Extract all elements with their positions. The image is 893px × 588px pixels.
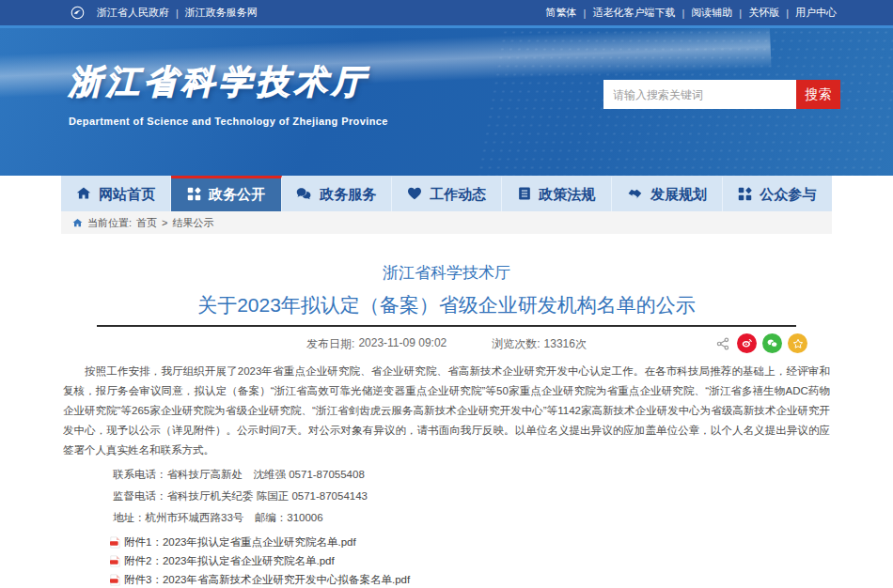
- topbar-left-links: 浙江省人民政府 | 浙江政务服务网: [70, 6, 258, 20]
- views-value: 13316次: [544, 336, 587, 352]
- site-subtitle-english: Department of Science and Technology of …: [69, 116, 388, 127]
- breadcrumb-separator: >: [162, 217, 167, 228]
- site-banner: 浙江省科学技术厅 Department of Science and Techn…: [0, 28, 893, 176]
- address-line: 地址：杭州市环城西路33号 邮编：310006: [61, 507, 832, 529]
- breadcrumb: 当前位置: 首页 > 结果公示: [61, 211, 832, 234]
- nav-item-label: 工作动态: [430, 186, 486, 204]
- topbar-separator: |: [682, 8, 684, 19]
- topbar-link-provincial-gov[interactable]: 浙江省人民政府: [97, 6, 169, 20]
- supervision-phone-line: 监督电话：省科技厅机关纪委 陈国正 0571-87054143: [61, 486, 832, 507]
- nav-item-home[interactable]: 网站首页: [61, 176, 171, 211]
- weibo-share-icon[interactable]: [737, 333, 757, 353]
- topbar-separator: |: [584, 8, 587, 19]
- pdf-file-icon: [110, 555, 120, 567]
- page-title: 关于2023年拟认定（备案）省级企业研发机构名单的公示: [61, 292, 832, 318]
- contact-phone-line: 联系电话：省科技厅高新处 沈维强 0571-87055408: [61, 464, 832, 486]
- breadcrumb-current: 结果公示: [173, 216, 214, 230]
- attachment-list: 附件1：2023年拟认定省重点企业研究院名单.pdf 附件2：2023年拟认定省…: [61, 533, 832, 588]
- search-button[interactable]: 搜索: [796, 80, 840, 109]
- topbar-link-care-version[interactable]: 关怀版: [748, 6, 779, 20]
- article: 浙江省科学技术厅 关于2023年拟认定（备案）省级企业研发机构名单的公示 发布日…: [61, 262, 832, 588]
- pdf-file-icon: [110, 574, 120, 586]
- chat-bubbles-icon: [296, 187, 312, 204]
- contact-info: 联系电话：省科技厅高新处 沈维强 0571-87055408 监督电话：省科技厅…: [61, 464, 832, 529]
- attachment-filename[interactable]: 附件3：2023年省高新技术企业研究开发中心拟备案名单.pdf: [124, 570, 410, 588]
- main-nav: 网站首页 政务公开 政务服务 工作动态 政策法规 发展规划 公众参与: [61, 176, 832, 211]
- topbar-link-simplified-traditional[interactable]: 简繁体: [546, 6, 577, 20]
- topbar-right-links: 简繁体 | 适老化客户端下载 | 阅读辅助 | 关怀版 | 用户中心: [546, 6, 837, 20]
- topbar-link-user-center[interactable]: 用户中心: [795, 6, 837, 20]
- share-icon[interactable]: [716, 337, 729, 350]
- grid-diamond-icon: [738, 187, 752, 204]
- breadcrumb-home-link[interactable]: 首页: [136, 216, 157, 230]
- nav-item-policies[interactable]: 政策法规: [502, 176, 612, 211]
- heart-icon: [407, 187, 422, 203]
- topbar-link-reading-aid[interactable]: 阅读辅助: [691, 6, 732, 20]
- site-search: 搜索: [603, 80, 840, 109]
- attachment-link-1[interactable]: 附件1：2023年拟认定省重点企业研究院名单.pdf: [61, 533, 832, 551]
- nav-item-development-plans[interactable]: 发展规划: [612, 176, 722, 211]
- publish-date-label: 发布日期:: [306, 336, 354, 352]
- topbar-separator: |: [786, 8, 789, 19]
- site-title: 浙江省科学技术厅: [69, 60, 388, 104]
- nav-item-label: 政务公开: [209, 186, 265, 204]
- breadcrumb-prefix: 当前位置:: [87, 216, 132, 230]
- top-utility-bar: 浙江省人民政府 | 浙江政务服务网 简繁体 | 适老化客户端下载 | 阅读辅助 …: [0, 0, 893, 28]
- home-small-icon: [72, 218, 83, 228]
- views-label: 浏览次数:: [492, 336, 540, 352]
- nav-item-label: 政务服务: [320, 186, 376, 204]
- government-emblem-icon: [70, 6, 85, 20]
- attachment-filename[interactable]: 附件2：2023年拟认定省企业研究院名单.pdf: [124, 551, 335, 570]
- article-org-title: 浙江省科学技术厅: [61, 262, 832, 285]
- topbar-link-accessibility-client[interactable]: 适老化客户端下载: [592, 6, 675, 20]
- search-input[interactable]: [603, 80, 796, 109]
- article-body-paragraph: 按照工作安排，我厅组织开展了2023年省重点企业研究院、省企业研究院、省高新技术…: [63, 362, 830, 460]
- home-icon: [76, 186, 91, 204]
- nav-item-label: 网站首页: [99, 186, 155, 204]
- grid-diamond-icon: [187, 187, 201, 204]
- handshake-icon: [627, 187, 643, 203]
- nav-item-public-participation[interactable]: 公众参与: [723, 176, 832, 211]
- nav-item-gov-disclosure[interactable]: 政务公开: [171, 176, 281, 211]
- nav-item-gov-services[interactable]: 政务服务: [282, 176, 392, 211]
- topbar-separator: |: [176, 8, 179, 19]
- nav-item-label: 公众参与: [760, 186, 816, 204]
- publish-date-value: 2023-11-09 09:02: [358, 336, 446, 352]
- nav-item-work-news[interactable]: 工作动态: [392, 176, 502, 211]
- qzone-share-icon[interactable]: [788, 333, 807, 353]
- site-logo[interactable]: 浙江省科学技术厅 Department of Science and Techn…: [69, 60, 388, 127]
- attachment-link-2[interactable]: 附件2：2023年拟认定省企业研究院名单.pdf: [61, 551, 832, 570]
- topbar-link-service-portal[interactable]: 浙江政务服务网: [185, 6, 258, 20]
- nav-item-label: 政策法规: [539, 186, 595, 204]
- attachment-link-3[interactable]: 附件3：2023年省高新技术企业研究开发中心拟备案名单.pdf: [61, 570, 832, 588]
- wechat-share-icon[interactable]: [762, 333, 782, 353]
- document-icon: [518, 186, 531, 204]
- share-toolbar: [716, 333, 807, 353]
- topbar-separator: |: [739, 8, 742, 19]
- attachment-filename[interactable]: 附件1：2023年拟认定省重点企业研究院名单.pdf: [124, 533, 356, 551]
- pdf-file-icon: [110, 536, 120, 549]
- nav-item-label: 发展规划: [650, 186, 707, 204]
- article-meta: 发布日期: 2023-11-09 09:02 浏览次数: 13316次: [61, 327, 832, 359]
